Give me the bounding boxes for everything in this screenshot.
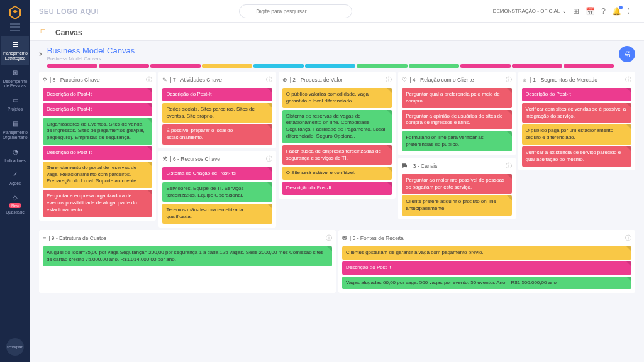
nav-label: Projetos — [8, 107, 23, 112]
badge-new: Novo — [9, 203, 21, 208]
nav-label: Ações — [9, 181, 21, 186]
section-title: | 4 - Relação com o Cliente — [409, 77, 502, 83]
rainbow-segment[interactable] — [357, 64, 407, 68]
nav-projetos[interactable]: ▭Projetos — [1, 92, 29, 116]
post-it[interactable]: Descrição do Post-It — [282, 182, 392, 195]
fullscreen-icon[interactable]: ⛶ — [628, 7, 635, 16]
post-it[interactable]: Cliente prefere adquirir o produto on-li… — [402, 195, 511, 216]
grid-icon[interactable]: ⊞ — [573, 7, 579, 16]
rainbow-tabs[interactable] — [47, 64, 614, 68]
post-it[interactable]: Perguntar ao maior nro possível de pesso… — [402, 174, 511, 194]
brand-placeholder: SEU LOGO AQUI — [39, 8, 99, 15]
post-it[interactable]: Descrição do Post-It — [522, 88, 631, 101]
expand-chevron-icon[interactable]: › — [39, 48, 42, 58]
nav-qualidade[interactable]: ◇NovoQualidade — [1, 190, 29, 219]
section-receita: ⛃| 5 - Fontes de ReceitaⓘClientes gostar… — [338, 230, 635, 293]
nav-indicadores[interactable]: ◔Indicadores — [1, 144, 29, 167]
help-icon[interactable]: ? — [601, 7, 606, 16]
post-it[interactable]: Fazer busca de empresas terceirizadas de… — [282, 145, 392, 165]
notification-icon[interactable]: 🔔 — [612, 7, 621, 16]
post-it[interactable]: Descrição do Post-It — [162, 88, 272, 101]
post-it[interactable]: Vagas alugadas 60,00 por vaga. 500 vagas… — [342, 277, 631, 290]
post-it[interactable]: Descrição do Post-It — [342, 261, 631, 275]
rainbow-segment[interactable] — [409, 64, 459, 68]
calendar-icon[interactable]: 📅 — [586, 7, 595, 16]
post-it[interactable]: Redes sociais, Sites parceiros, Sites de… — [162, 103, 272, 123]
section-title: | 7 - Atividades Chave — [170, 77, 263, 83]
info-icon[interactable]: ⓘ — [266, 75, 272, 84]
post-it[interactable]: Descrição do Post-It — [43, 103, 152, 116]
canvas-breadcrumb: ◫ Canvas — [30, 23, 644, 41]
nav-label: Qualidade — [6, 210, 25, 215]
post-it[interactable]: Perguntar a empresa organizadora de even… — [43, 190, 152, 216]
post-it[interactable]: Sistema de reservas de vagas de estacion… — [282, 110, 392, 143]
section-icon: ♡ — [402, 77, 407, 83]
post-it[interactable]: Perguntar a opinião de usuários de sites… — [402, 110, 511, 130]
post-it[interactable]: Verificar a existência de serviço pareci… — [522, 146, 631, 167]
nav-icon: ☰ — [11, 40, 19, 49]
section-title: | 1 - Segmentos de Mercado — [530, 77, 623, 83]
info-icon[interactable]: ⓘ — [266, 155, 272, 163]
nav-label: Indicadores — [4, 158, 26, 163]
section-canais: ⛟| 3 - CanaisⓘPerguntar ao maior nro pos… — [398, 158, 515, 219]
nav-icon: ◔ — [11, 148, 19, 156]
rainbow-segment[interactable] — [47, 64, 97, 68]
post-it[interactable]: O público paga por um estacionamento seg… — [522, 124, 631, 145]
post-it[interactable]: Descrição do Post-It — [43, 146, 152, 160]
info-icon[interactable]: ⓘ — [625, 75, 631, 84]
search-input[interactable] — [239, 4, 352, 18]
rainbow-segment[interactable] — [99, 64, 149, 68]
info-icon[interactable]: ⓘ — [146, 75, 152, 84]
info-icon[interactable]: ⓘ — [326, 234, 332, 243]
nav-planejamento-estratégico[interactable]: ☰Planejamento Estratégico — [1, 36, 29, 65]
post-it[interactable]: Gerenciamento do portal de reservas de v… — [43, 162, 152, 188]
rainbow-segment[interactable] — [150, 64, 201, 68]
info-icon[interactable]: ⓘ — [386, 75, 392, 84]
section-icon: ☺ — [522, 77, 528, 83]
bmc-subtitle: Business Model Canvas — [47, 56, 614, 62]
nav-ações[interactable]: ✓Ações — [1, 167, 29, 190]
post-it[interactable]: O Site será estável e confiável. — [282, 167, 392, 180]
demo-dropdown[interactable]: DEMONSTRAÇÃO - OFICIAL ⌄ — [493, 8, 567, 14]
section-parceiros: ⚲| 8 - Parceiros ChaveⓘDescrição do Post… — [39, 72, 156, 221]
post-it[interactable]: Verificar com sites de vendas se é possí… — [522, 103, 631, 123]
section-icon: ⚲ — [43, 77, 47, 83]
post-it[interactable]: Perguntar qual a preferencia pelo meio d… — [402, 88, 511, 108]
post-it[interactable]: Organizadores de Eventos. Sites de venda… — [43, 118, 152, 145]
info-icon[interactable]: ⓘ — [625, 234, 631, 243]
post-it[interactable]: Sistema de Criação de Post-Its — [162, 167, 272, 180]
section-custos: ≡| 9 - Estrutura de CustosⓘAluguel do lo… — [39, 230, 336, 293]
nav-label: Planejamento Estratégico — [3, 51, 28, 61]
section-icon: ≡ — [43, 235, 46, 241]
menu-toggle-icon[interactable] — [10, 26, 20, 28]
post-it[interactable]: É possível preparar o local do estaciona… — [162, 124, 272, 145]
post-it[interactable]: O público valoriza comodidade, vaga gara… — [282, 88, 392, 108]
rainbow-segment[interactable] — [460, 64, 511, 68]
nav-icon: ⊞ — [11, 69, 19, 77]
section-icon: ⚒ — [162, 156, 167, 162]
print-button[interactable]: 🖨 — [619, 46, 635, 62]
section-segmentos: ☺| 1 - Segmentos de MercadoⓘDescrição do… — [518, 72, 635, 170]
post-it[interactable]: Aluguel do local=35,00 por vaga Seguranç… — [43, 246, 332, 266]
section-atividades: ✎| 7 - Atividades ChaveⓘDescrição do Pos… — [158, 72, 275, 148]
rainbow-segment[interactable] — [253, 64, 304, 68]
post-it[interactable]: Clientes gostariam de garantir a vaga co… — [342, 246, 631, 260]
nav-desempenho-de-pessoas[interactable]: ⊞Desempenho de Pessoas — [1, 65, 29, 93]
canvas-icon: ◫ — [40, 28, 50, 38]
post-it[interactable]: Formulário on-line para verificar as pre… — [402, 131, 511, 151]
nav-label: Planejamento Orçamentário — [3, 130, 28, 140]
section-title: | 8 - Parceiros Chave — [50, 77, 143, 83]
post-it[interactable]: Descrição do Post-It — [43, 88, 152, 101]
topbar: SEU LOGO AQUI ⌕ DEMONSTRAÇÃO - OFICIAL ⌄… — [30, 0, 644, 23]
info-icon[interactable]: ⓘ — [506, 75, 512, 84]
nav-planejamento-orçamentário[interactable]: ▤Planejamento Orçamentário — [1, 116, 29, 144]
info-icon[interactable]: ⓘ — [506, 162, 512, 170]
chevron-down-icon: ⌄ — [562, 8, 567, 14]
rainbow-segment[interactable] — [305, 64, 355, 68]
nav-icon: ✓ — [11, 170, 19, 179]
rainbow-segment[interactable] — [564, 64, 614, 68]
rainbow-segment[interactable] — [202, 64, 252, 68]
rainbow-segment[interactable] — [512, 64, 562, 68]
post-it[interactable]: Servidores. Equipe de TI. Serviços terce… — [162, 182, 272, 202]
post-it[interactable]: Teremos mão-de-obra terceirizada qualifi… — [162, 204, 272, 224]
